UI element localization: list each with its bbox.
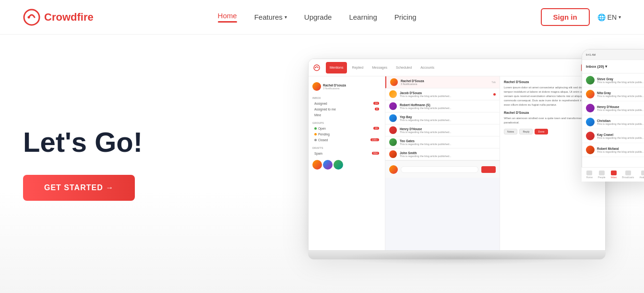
nav-item-features[interactable]: Features ▾	[254, 13, 287, 21]
app-tab-replied[interactable]: Replied	[348, 62, 367, 73]
mobile-tab-analytics[interactable]: Analytics	[639, 171, 644, 179]
mobile-avatar	[586, 132, 595, 140]
svg-point-1	[28, 16, 30, 18]
mobile-msg-content: Henry D'House This is regarding the blog…	[597, 105, 644, 111]
mobile-msg-preview: This is regarding the blog article publi…	[597, 109, 644, 111]
broadcasts-icon	[625, 171, 631, 175]
mobile-message-row[interactable]: Kay Cranel This is regarding the blog ar…	[582, 129, 644, 143]
nav-right: Sign in 🌐 EN ▾	[541, 8, 621, 26]
nav-link-pricing[interactable]: Pricing	[394, 13, 417, 21]
message-preview: This is regarding the blog article publi…	[400, 143, 496, 146]
home-icon	[586, 171, 592, 175]
logo[interactable]: Crowdfire	[23, 9, 94, 26]
message-avatar	[389, 90, 397, 98]
sidebar-badge-assigned: 24	[373, 102, 379, 105]
message-row[interactable]: John Smith This is regarding the blog ar…	[385, 148, 500, 160]
message-row[interactable]: Rachel D'Souza 3 Notifications Tab	[385, 76, 500, 88]
compose-send[interactable]	[481, 166, 496, 173]
sidebar-item-pending[interactable]: Pending	[312, 131, 381, 137]
message-preview: This is regarding the blog article publi…	[400, 119, 496, 122]
detail-action-notes[interactable]: Notes	[504, 129, 517, 134]
mobile-message-row[interactable]: Robert Mcfaral This is regarding the blo…	[582, 143, 644, 157]
mobile-avatar	[586, 76, 595, 85]
mobile-msg-sender: Nita Gray	[597, 91, 644, 95]
mobile-msg-content: Christian This is regarding the blog art…	[597, 119, 644, 125]
detail-action-reply[interactable]: Reply	[519, 129, 533, 134]
sidebar-drafts-section: Drafts Spam 550	[309, 146, 385, 157]
detail-action-done[interactable]: Done	[535, 129, 548, 134]
message-row[interactable]: Henry D'House This is regarding the blog…	[385, 124, 500, 136]
nav-item-home[interactable]: Home	[218, 12, 237, 23]
compose-avatar	[389, 165, 398, 174]
nav-item-upgrade[interactable]: Upgrade	[304, 13, 332, 22]
mobile-message-row[interactable]: Steve Gray This is regarding the blog ar…	[582, 73, 644, 87]
language-label: EN	[608, 13, 617, 21]
mobile-tab-broadcasts[interactable]: Broadcasts	[622, 171, 634, 179]
mobile-tab-people[interactable]: People	[598, 171, 606, 179]
hero-title: Let's Go!	[23, 127, 215, 158]
app-tab-scheduled[interactable]: Scheduled	[392, 62, 416, 73]
sidebar-groups-section: Groups Open 20 Pending Cl	[309, 121, 385, 144]
mobile-msg-sender: Robert Mcfaral	[597, 147, 644, 150]
mobile-msg-content: Kay Cranel This is regarding the blog ar…	[597, 133, 644, 139]
mobile-time: 9:41 AM	[586, 53, 596, 56]
mobile-bottom-bar: Home People Inbox Broadcasts	[582, 167, 644, 181]
app-tab-mentions[interactable]: Mentions	[326, 62, 347, 73]
get-started-button[interactable]: GET STARTED →	[23, 175, 135, 201]
hero-text: Let's Go! GET STARTED →	[23, 127, 215, 201]
app-body: Rachel D'souza 3 Notifications Inbox Ass…	[309, 76, 605, 250]
svg-point-0	[24, 10, 39, 25]
app-logo-small	[313, 64, 320, 71]
sidebar-item-mine[interactable]: Mine	[312, 112, 381, 118]
language-selector[interactable]: 🌐 EN ▾	[597, 13, 621, 21]
app-tab-messages[interactable]: Messages	[368, 62, 391, 73]
nav-item-pricing[interactable]: Pricing	[394, 13, 417, 22]
sidebar-item-assigned[interactable]: Assigned 24	[312, 100, 381, 106]
nav-link-features[interactable]: Features ▾	[254, 13, 287, 21]
message-content: Henry D'House This is regarding the blog…	[400, 127, 496, 134]
nav-link-home[interactable]: Home	[218, 12, 237, 23]
message-sender: Robert Hoffmann (S)	[400, 103, 496, 107]
message-row[interactable]: Yep Bay This is regarding the blog artic…	[385, 112, 500, 124]
mobile-message-row[interactable]: Nita Gray This is regarding the blog art…	[582, 87, 644, 101]
message-row[interactable]: Teo Gates This is regarding the blog art…	[385, 136, 500, 148]
mobile-avatar	[586, 104, 595, 112]
sidebar-badge-closed: 100+	[370, 138, 379, 141]
message-row[interactable]: Robert Hoffmann (S) This is regarding th…	[385, 100, 500, 112]
sidebar-item-assigned-to-me[interactable]: Assigned to me 8	[312, 106, 381, 112]
mobile-message-row[interactable]: Christian This is regarding the blog art…	[582, 115, 644, 129]
mobile-tab-home[interactable]: Home	[586, 171, 593, 179]
sidebar-item-spam[interactable]: Spam 550	[312, 150, 381, 156]
nav-link-upgrade[interactable]: Upgrade	[304, 13, 332, 21]
message-row[interactable]: Jacob D'Souza This is regarding the blog…	[385, 88, 500, 100]
message-sender: Rachel D'Souza	[401, 79, 489, 83]
message-preview: This is regarding the blog article publi…	[400, 131, 496, 134]
svg-point-3	[315, 67, 316, 68]
message-preview: This is regarding the blog article publi…	[400, 155, 496, 158]
mobile-tab-inbox[interactable]: Inbox	[611, 171, 617, 179]
globe-icon: 🌐	[597, 13, 606, 21]
mobile-msg-content: Robert Mcfaral This is regarding the blo…	[597, 147, 644, 153]
sign-in-button[interactable]: Sign in	[541, 8, 590, 26]
compose-input[interactable]	[401, 166, 478, 173]
mobile-msg-preview: This is regarding the blog article publi…	[597, 122, 644, 125]
sidebar-user-info: Rachel D'souza 3 Notifications	[323, 84, 346, 90]
nav-link-learning[interactable]: Learning	[349, 13, 377, 21]
message-content: Jacob D'Souza This is regarding the blog…	[400, 91, 490, 98]
sidebar-user-role: 3 Notifications	[323, 87, 346, 90]
hero-section: Let's Go! GET STARTED →	[0, 35, 644, 293]
mobile-screen: 9:41 AM ●●● Inbox (20) ▾ Steve Gray This…	[582, 49, 644, 181]
mobile-message-row[interactable]: Henry D'House This is regarding the blog…	[582, 101, 644, 115]
laptop-screen: Mentions Replied Messages Scheduled Acco…	[308, 59, 606, 251]
sidebar-item-open[interactable]: Open 20	[312, 125, 381, 131]
app-tab-accounts[interactable]: Accounts	[417, 62, 438, 73]
analytics-icon	[641, 171, 644, 175]
nav-item-learning[interactable]: Learning	[349, 13, 377, 22]
mobile-inbox-title[interactable]: Inbox (20) ▾	[586, 64, 607, 69]
sidebar-section-title-inbox: Inbox	[312, 97, 381, 99]
app-topbar: Mentions Replied Messages Scheduled Acco…	[309, 59, 605, 76]
sidebar-item-closed[interactable]: Closed 100+	[312, 137, 381, 143]
message-avatar	[389, 138, 397, 146]
mobile-msg-sender: Christian	[597, 119, 644, 122]
dashboard-wrapper: Mentions Replied Messages Scheduled Acco…	[308, 44, 644, 280]
